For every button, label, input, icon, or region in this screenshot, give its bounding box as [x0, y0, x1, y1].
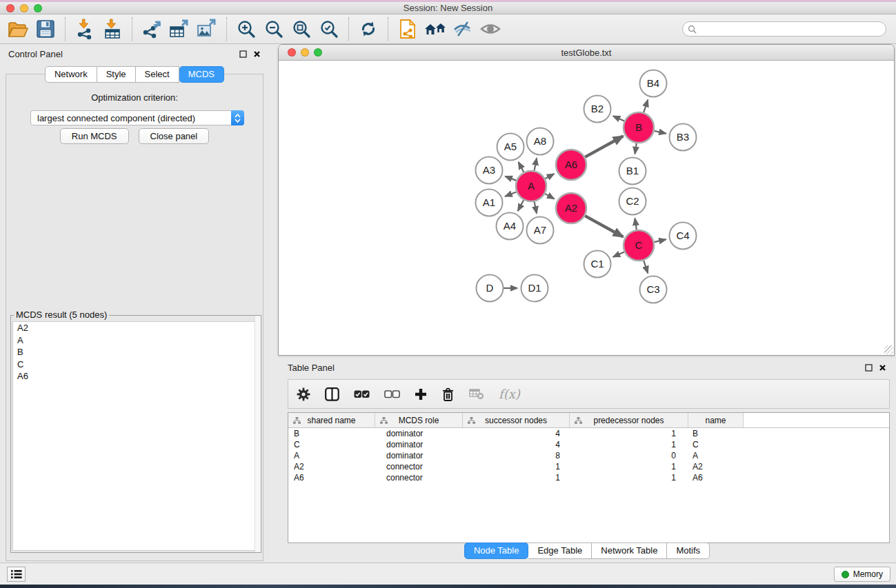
- table-cell[interactable]: 1: [570, 428, 688, 439]
- table-row[interactable]: A6connector11A6: [288, 472, 889, 483]
- graph-edge-B-B1[interactable]: [635, 143, 637, 154]
- table-cell[interactable]: A: [688, 450, 744, 461]
- tab-network-table[interactable]: Network Table: [592, 543, 667, 559]
- graph-edge-A6-B[interactable]: [585, 136, 623, 157]
- table-cell[interactable]: 0: [570, 450, 688, 461]
- optimization-criterion-dropdown[interactable]: largest connected component (directed): [30, 110, 244, 125]
- table-cell[interactable]: A6: [288, 472, 375, 483]
- table-cell[interactable]: A6: [688, 472, 744, 483]
- refresh-view-icon[interactable]: [355, 16, 382, 42]
- graph-edge-C-C3[interactable]: [644, 261, 648, 273]
- graph-node-B2[interactable]: B2: [584, 96, 611, 123]
- graph-edge-A-A7[interactable]: [535, 202, 537, 214]
- graph-node-B3[interactable]: B3: [670, 124, 697, 151]
- table-cell[interactable]: dominator: [375, 439, 463, 450]
- open-session-icon[interactable]: [4, 16, 32, 42]
- graph-node-A6[interactable]: A6: [556, 150, 586, 180]
- graph-node-B4[interactable]: B4: [640, 70, 667, 97]
- minimize-window-button[interactable]: [20, 4, 28, 12]
- table-cell[interactable]: dominator: [375, 450, 463, 461]
- task-history-list-icon[interactable]: [7, 567, 26, 582]
- zoom-selected-icon[interactable]: [315, 16, 343, 42]
- graph-node-C1[interactable]: C1: [584, 251, 611, 278]
- graph-node-A8[interactable]: A8: [527, 128, 554, 155]
- deselect-all-columns-icon[interactable]: [384, 384, 400, 405]
- network-maximize-button[interactable]: [314, 48, 322, 57]
- table-cell[interactable]: 1: [463, 472, 570, 483]
- result-list-item[interactable]: A2: [13, 322, 259, 334]
- close-panel-icon[interactable]: [253, 50, 261, 58]
- result-list-item[interactable]: C: [13, 358, 259, 371]
- table-cell[interactable]: B: [288, 428, 375, 439]
- table-cell[interactable]: A2: [288, 461, 375, 472]
- select-all-columns-icon[interactable]: [354, 384, 370, 405]
- graph-node-A1[interactable]: A1: [476, 190, 503, 216]
- import-network-icon[interactable]: [71, 16, 99, 42]
- table-cell[interactable]: 4: [463, 439, 570, 450]
- search-box[interactable]: [682, 21, 886, 37]
- export-table-icon[interactable]: [166, 16, 193, 42]
- graph-edge-A-A8[interactable]: [535, 159, 537, 171]
- graph-node-A5[interactable]: A5: [497, 134, 524, 161]
- graph-edge-A-A4[interactable]: [518, 200, 524, 211]
- maximize-window-button[interactable]: [34, 4, 42, 12]
- delete-table-icon[interactable]: [469, 384, 484, 405]
- graph-edge-B-B4[interactable]: [644, 100, 648, 112]
- import-table-icon[interactable]: [99, 16, 126, 42]
- tab-motifs[interactable]: Motifs: [667, 543, 710, 559]
- window-resize-grip[interactable]: [884, 345, 893, 354]
- graph-edge-B-B2[interactable]: [613, 116, 624, 121]
- save-session-icon[interactable]: [32, 16, 59, 42]
- table-cell[interactable]: B: [688, 428, 744, 439]
- table-cell[interactable]: connector: [375, 472, 463, 483]
- export-network-icon[interactable]: [138, 16, 166, 42]
- graph-edge-A-A3[interactable]: [505, 176, 516, 181]
- tab-style[interactable]: Style: [97, 66, 136, 83]
- add-column-icon[interactable]: [415, 384, 427, 405]
- table-cell[interactable]: 1: [463, 461, 570, 472]
- network-close-button[interactable]: [288, 48, 296, 57]
- column-header-shared-name[interactable]: shared name: [288, 413, 375, 427]
- column-header-name[interactable]: name: [688, 413, 744, 427]
- tab-edge-table[interactable]: Edge Table: [528, 543, 592, 559]
- graph-node-A4[interactable]: A4: [497, 213, 524, 240]
- graph-node-A2[interactable]: A2: [556, 193, 586, 223]
- zoom-out-icon[interactable]: [260, 16, 288, 42]
- apply-function-fx-icon[interactable]: f(x): [499, 387, 520, 401]
- table-cell[interactable]: dominator: [375, 428, 463, 439]
- graph-edge-A-A5[interactable]: [519, 162, 524, 172]
- result-list-scrollbar[interactable]: [255, 316, 261, 552]
- new-network-from-file-icon[interactable]: [394, 16, 421, 42]
- show-graphics-details-icon[interactable]: [477, 16, 504, 42]
- close-panel-icon[interactable]: [879, 364, 886, 372]
- graph-node-A3[interactable]: A3: [476, 157, 503, 184]
- graph-edge-A-A6[interactable]: [545, 174, 554, 179]
- table-cell[interactable]: C: [288, 439, 375, 450]
- table-row[interactable]: A2connector11A2: [288, 461, 889, 472]
- tab-network[interactable]: Network: [45, 66, 97, 83]
- graph-node-C[interactable]: C: [624, 230, 654, 261]
- zoom-in-icon[interactable]: [232, 16, 260, 42]
- table-cell[interactable]: 4: [463, 428, 570, 439]
- table-cell[interactable]: 8: [463, 450, 570, 461]
- result-list-item[interactable]: A: [13, 334, 259, 347]
- delete-column-trash-icon[interactable]: [441, 384, 455, 405]
- graph-node-B1[interactable]: B1: [619, 158, 646, 185]
- graph-node-B[interactable]: B: [624, 112, 654, 143]
- graph-node-C3[interactable]: C3: [640, 276, 667, 303]
- network-window-titlebar[interactable]: testGlobe.txt: [279, 45, 894, 61]
- column-header-predecessor-nodes[interactable]: predecessor nodes: [570, 413, 688, 427]
- zoom-fit-icon[interactable]: [288, 16, 315, 42]
- hide-graphics-details-icon[interactable]: [449, 16, 477, 42]
- table-row[interactable]: Cdominator41C: [288, 439, 889, 450]
- show-columns-icon[interactable]: [325, 384, 339, 405]
- graph-edge-C-C4[interactable]: [654, 239, 666, 242]
- graph-node-A[interactable]: A: [516, 171, 546, 201]
- close-window-button[interactable]: [6, 4, 14, 12]
- graph-edge-A-A1[interactable]: [505, 192, 516, 196]
- table-cell[interactable]: 1: [570, 472, 688, 483]
- search-input[interactable]: [700, 24, 881, 34]
- graph-edge-A-A2[interactable]: [545, 194, 554, 199]
- graph-node-A7[interactable]: A7: [527, 217, 554, 244]
- network-minimize-button[interactable]: [301, 48, 309, 57]
